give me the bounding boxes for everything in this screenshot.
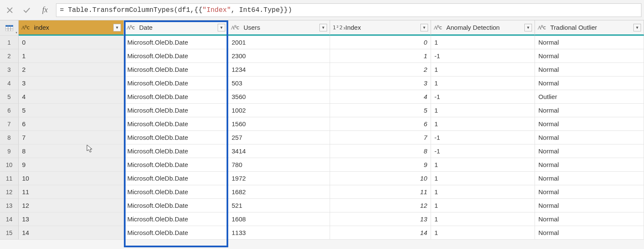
cell-users[interactable]: 1560 [228,117,330,131]
cell-trad[interactable]: Normal [535,63,644,76]
row-number[interactable]: 11 [0,172,19,185]
cell-indexL[interactable]: 2 [19,63,124,76]
cell-indexN[interactable]: 13 [330,212,431,226]
cell-users[interactable]: 257 [228,131,330,144]
cell-date[interactable]: Microsoft.OleDb.Date [124,104,228,117]
filter-dropdown-icon[interactable]: ▼ [420,24,428,31]
cell-date[interactable]: Microsoft.OleDb.Date [124,49,228,63]
row-number[interactable]: 9 [0,144,19,158]
cell-indexL[interactable]: 9 [19,158,124,172]
cell-trad[interactable]: Normal [535,172,644,185]
cell-trad[interactable]: Normal [535,36,644,49]
row-number[interactable]: 13 [0,199,19,212]
row-number[interactable]: 12 [0,185,19,199]
cell-indexN[interactable]: 14 [330,226,431,240]
select-all-gutter[interactable]: ▾ [0,20,19,36]
table-row[interactable]: 1514Microsoft.OleDb.Date1133141Normal [0,226,644,240]
cell-users[interactable]: 2001 [228,36,330,49]
table-row[interactable]: 21Microsoft.OleDb.Date23001-1Normal [0,49,644,63]
row-number[interactable]: 3 [0,63,19,76]
cell-trad[interactable]: Normal [535,131,644,144]
row-number[interactable]: 6 [0,104,19,117]
cell-users[interactable]: 2300 [228,49,330,63]
cell-users[interactable]: 1133 [228,226,330,240]
cell-indexN[interactable]: 11 [330,185,431,199]
table-row[interactable]: 87Microsoft.OleDb.Date2577-1Normal [0,131,644,144]
cell-trad[interactable]: Normal [535,144,644,158]
table-row[interactable]: 43Microsoft.OleDb.Date50331Normal [0,76,644,90]
cell-users[interactable]: 1682 [228,185,330,199]
cell-indexL[interactable]: 11 [19,185,124,199]
cell-users[interactable]: 521 [228,199,330,212]
table-row[interactable]: 98Microsoft.OleDb.Date34148-1Normal [0,144,644,158]
row-number[interactable]: 10 [0,158,19,172]
cell-indexN[interactable]: 2 [330,63,431,76]
cell-anom[interactable]: -1 [431,49,535,63]
cell-trad[interactable]: Normal [535,49,644,63]
filter-dropdown-icon[interactable]: ▼ [113,24,121,31]
cell-users[interactable]: 503 [228,76,330,90]
cell-date[interactable]: Microsoft.OleDb.Date [124,185,228,199]
cell-indexL[interactable]: 7 [19,131,124,144]
filter-dropdown-icon[interactable]: ▼ [218,24,225,31]
cell-indexN[interactable]: 0 [330,36,431,49]
cell-date[interactable]: Microsoft.OleDb.Date [124,90,228,104]
table-row[interactable]: 54Microsoft.OleDb.Date35604-1Outlier [0,90,644,104]
cell-indexN[interactable]: 7 [330,131,431,144]
table-row[interactable]: 1413Microsoft.OleDb.Date1608131Normal [0,212,644,226]
row-number[interactable]: 5 [0,90,19,104]
cell-anom[interactable]: 1 [431,158,535,172]
cell-indexN[interactable]: 6 [330,117,431,131]
cell-indexN[interactable]: 10 [330,172,431,185]
cell-date[interactable]: Microsoft.OleDb.Date [124,158,228,172]
cell-indexN[interactable]: 4 [330,90,431,104]
cell-date[interactable]: Microsoft.OleDb.Date [124,63,228,76]
cell-date[interactable]: Microsoft.OleDb.Date [124,117,228,131]
cell-trad[interactable]: Normal [535,185,644,199]
cell-trad[interactable]: Normal [535,117,644,131]
table-row[interactable]: 1312Microsoft.OleDb.Date521121Normal [0,199,644,212]
cell-date[interactable]: Microsoft.OleDb.Date [124,36,228,49]
column-header-index-upper[interactable]: 1²2₃ Index ▼ [330,20,431,36]
cell-indexN[interactable]: 5 [330,104,431,117]
table-row[interactable]: 109Microsoft.OleDb.Date78091Normal [0,158,644,172]
cell-date[interactable]: Microsoft.OleDb.Date [124,76,228,90]
cell-indexL[interactable]: 3 [19,76,124,90]
cell-users[interactable]: 1608 [228,212,330,226]
row-number[interactable]: 8 [0,131,19,144]
row-number[interactable]: 14 [0,212,19,226]
cell-indexL[interactable]: 4 [19,90,124,104]
row-number[interactable]: 7 [0,117,19,131]
cell-anom[interactable]: 1 [431,185,535,199]
column-header-date[interactable]: Aᴮᴄ Date ▼ [124,20,228,36]
cell-trad[interactable]: Outlier [535,90,644,104]
cell-trad[interactable]: Normal [535,212,644,226]
gutter-dropdown-icon[interactable]: ▾ [16,31,17,34]
cell-date[interactable]: Microsoft.OleDb.Date [124,131,228,144]
cell-anom[interactable]: -1 [431,144,535,158]
cell-trad[interactable]: Normal [535,199,644,212]
cell-users[interactable]: 3560 [228,90,330,104]
cell-indexN[interactable]: 12 [330,199,431,212]
cell-anom[interactable]: 1 [431,76,535,90]
cell-indexN[interactable]: 9 [330,158,431,172]
cell-indexN[interactable]: 8 [330,144,431,158]
filter-dropdown-icon[interactable]: ▼ [319,24,327,31]
cell-indexL[interactable]: 10 [19,172,124,185]
row-number[interactable]: 15 [0,226,19,240]
cell-indexL[interactable]: 5 [19,104,124,117]
cell-indexL[interactable]: 13 [19,212,124,226]
cell-anom[interactable]: 1 [431,36,535,49]
column-header-anomaly[interactable]: Aᴮᴄ Anomaly Detection ▼ [431,20,535,36]
cell-indexL[interactable]: 0 [19,36,124,49]
cell-trad[interactable]: Normal [535,76,644,90]
cell-trad[interactable]: Normal [535,226,644,240]
filter-dropdown-icon[interactable]: ▼ [633,24,641,31]
fx-icon[interactable]: fx [36,6,53,14]
formula-input[interactable]: = Table.TransformColumnTypes(df1,{{"Inde… [56,3,641,17]
row-number[interactable]: 4 [0,76,19,90]
cell-indexL[interactable]: 12 [19,199,124,212]
confirm-icon[interactable] [20,4,34,17]
table-row[interactable]: 10Microsoft.OleDb.Date200101Normal [0,36,644,49]
row-number[interactable]: 2 [0,49,19,63]
